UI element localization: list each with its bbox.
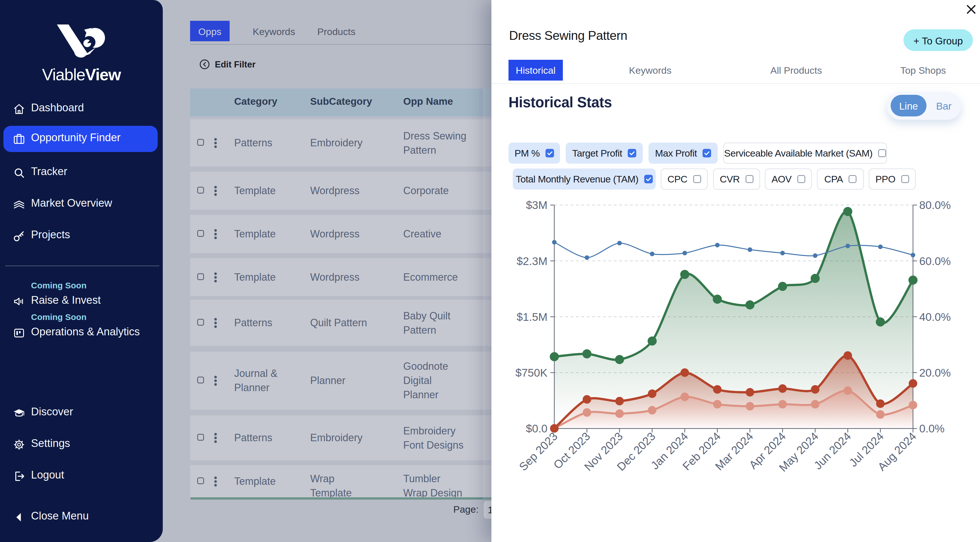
svg-text:40.0%: 40.0% — [920, 311, 951, 323]
svg-text:80.0%: 80.0% — [920, 199, 951, 211]
svg-text:0.0%: 0.0% — [920, 422, 945, 435]
svg-text:$1.5M: $1.5M — [517, 311, 547, 323]
svg-text:60.0%: 60.0% — [920, 255, 951, 267]
svg-text:$2.3M: $2.3M — [517, 255, 547, 267]
svg-text:$3M: $3M — [526, 199, 547, 211]
svg-text:Sep 2023: Sep 2023 — [517, 430, 560, 473]
svg-text:$0.0: $0.0 — [526, 422, 547, 435]
svg-text:$750K: $750K — [515, 367, 547, 379]
svg-text:20.0%: 20.0% — [920, 367, 951, 379]
